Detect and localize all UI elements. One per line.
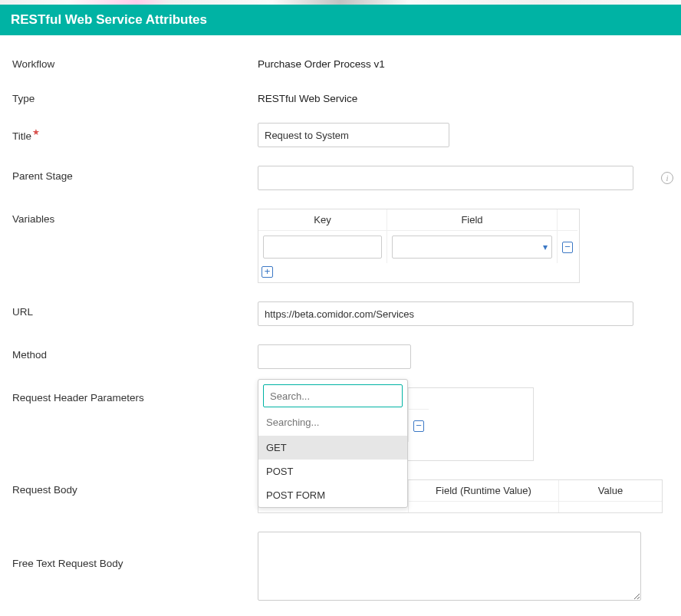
- method-dropdown: Searching... GET POST POST FORM: [258, 379, 408, 508]
- label-url: URL: [12, 301, 258, 318]
- variables-col-field: Field: [387, 209, 558, 231]
- req-body-col-value: Value: [559, 480, 662, 502]
- header-bar: RESTful Web Service Attributes: [0, 5, 681, 35]
- title-input[interactable]: [258, 123, 449, 147]
- free-text-body-textarea[interactable]: [258, 532, 641, 601]
- value-workflow: Purchase Order Process v1: [258, 54, 653, 70]
- form-content: Workflow Purchase Order Process v1 Type …: [0, 35, 681, 616]
- label-method: Method: [12, 344, 258, 361]
- variables-add-row-button[interactable]: +: [262, 266, 273, 278]
- method-option-get[interactable]: GET: [258, 436, 407, 460]
- req-header-remove-row-button[interactable]: −: [413, 420, 424, 432]
- info-icon[interactable]: i: [661, 172, 673, 184]
- required-star-icon: ★: [32, 127, 40, 137]
- req-header-col-action: [409, 388, 429, 410]
- label-variables: Variables: [12, 209, 258, 225]
- label-req-header-params: Request Header Parameters: [12, 387, 258, 404]
- label-free-text-body: Free Text Request Body: [12, 532, 258, 569]
- label-req-body: Request Body: [12, 479, 258, 496]
- label-parent-stage: Parent Stage: [12, 166, 258, 182]
- variables-key-input[interactable]: [263, 236, 382, 259]
- value-type: RESTful Web Service: [258, 88, 653, 104]
- method-option-post[interactable]: POST: [258, 460, 407, 483]
- parent-stage-input[interactable]: [258, 166, 633, 190]
- variables-col-action: [558, 209, 577, 231]
- label-title-text: Title: [12, 130, 31, 142]
- method-select[interactable]: [258, 344, 411, 369]
- method-dropdown-search-input[interactable]: [263, 384, 403, 407]
- label-workflow: Workflow: [12, 54, 258, 70]
- variables-grid: Key Field ▾ − +: [258, 209, 580, 283]
- label-title: Title★: [12, 123, 258, 142]
- method-dropdown-status: Searching...: [258, 412, 407, 436]
- variables-remove-row-button[interactable]: −: [562, 242, 573, 253]
- url-input[interactable]: [258, 301, 633, 326]
- window-top-artifact: [0, 0, 681, 5]
- variables-col-key: Key: [258, 209, 387, 231]
- variables-field-select[interactable]: [392, 236, 552, 259]
- page-title: RESTful Web Service Attributes: [11, 12, 207, 27]
- req-body-col-field-runtime: Field (Runtime Value): [409, 480, 559, 502]
- method-option-post-form[interactable]: POST FORM: [258, 483, 407, 507]
- label-type: Type: [12, 88, 258, 104]
